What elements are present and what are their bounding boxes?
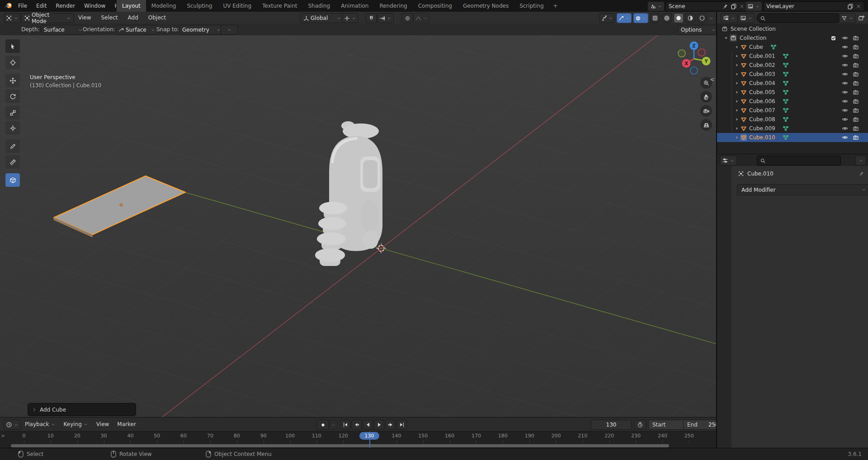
hide-eye-icon[interactable] (842, 116, 848, 123)
hide-eye-icon[interactable] (842, 89, 848, 95)
scene-name[interactable]: Scene (669, 3, 720, 9)
outliner-row-cube-004[interactable]: Cube.004 (717, 79, 868, 88)
tab-modeling[interactable]: Modeling (146, 0, 182, 12)
timeline-scrollbar[interactable] (11, 444, 669, 447)
disclosure-triangle-icon[interactable] (734, 126, 740, 131)
tab-uv-editing[interactable]: UV Editing (217, 0, 257, 12)
disable-render-camera-icon[interactable] (853, 53, 859, 59)
overlays-toggle[interactable] (633, 13, 648, 23)
disable-render-camera-icon[interactable] (853, 80, 859, 86)
copy-icon[interactable] (731, 3, 737, 9)
editor-type-dropdown[interactable] (4, 13, 21, 23)
new-collection-button[interactable] (856, 13, 866, 22)
tab-scripting[interactable]: Scripting (514, 0, 549, 12)
xray-toggle[interactable] (650, 13, 660, 23)
tab-sculpting[interactable]: Sculpting (181, 0, 217, 12)
hide-eye-icon[interactable] (842, 80, 848, 86)
tab-layout[interactable]: Layout (117, 0, 146, 12)
properties-options-dropdown[interactable] (855, 156, 866, 166)
disclosure-triangle-icon[interactable] (734, 53, 740, 59)
shading-options-dropdown[interactable] (709, 16, 714, 21)
breadcrumb-label[interactable]: Cube.010 (747, 171, 855, 177)
pivot-point-dropdown[interactable] (342, 13, 359, 23)
blender-logo-icon[interactable] (4, 2, 13, 9)
disclosure-triangle-icon[interactable] (734, 108, 740, 113)
disable-render-camera-icon[interactable] (853, 44, 859, 50)
timeline-editor-dropdown[interactable] (4, 420, 21, 430)
add-workspace-button[interactable]: + (549, 3, 562, 9)
outliner-row-cube-009[interactable]: Cube.009 (717, 124, 868, 133)
close-icon[interactable] (856, 4, 861, 9)
sidebar-collapse-icon[interactable]: < (710, 76, 715, 83)
close-icon[interactable] (739, 4, 745, 9)
outliner-row-cube[interactable]: Cube (717, 43, 868, 52)
shading-wireframe[interactable] (662, 13, 672, 23)
outliner-row-collection[interactable]: Collection (717, 33, 868, 43)
menu-edit[interactable]: Edit (32, 0, 51, 12)
viewport-menu-object[interactable]: Object (143, 12, 171, 24)
camera-view-icon[interactable] (700, 105, 712, 117)
disclosure-triangle-icon[interactable] (734, 135, 740, 140)
filter-funnel-dropdown[interactable] (839, 13, 856, 23)
scene-browse-dropdown[interactable] (647, 1, 665, 11)
outliner-row-cube-008[interactable]: Cube.008 (717, 115, 868, 124)
visibility-dropdown[interactable] (599, 13, 615, 23)
shading-rendered[interactable] (697, 13, 707, 23)
viewport-menu-add[interactable]: Add (123, 12, 143, 24)
options-dropdown[interactable]: Options (677, 25, 720, 35)
snap-target-dropdown[interactable] (377, 13, 394, 23)
timeline-menu-marker[interactable]: Marker (113, 417, 140, 431)
disable-render-camera-icon[interactable] (853, 71, 859, 77)
timeline-ruler[interactable]: > 01020304050607080901001101201401501601… (0, 431, 716, 449)
disable-render-camera-icon[interactable] (853, 89, 859, 95)
preview-range-clock-icon[interactable] (634, 420, 646, 430)
channel-expand-icon[interactable]: > (1, 433, 5, 439)
tab-geometry-nodes[interactable]: Geometry Nodes (458, 0, 514, 12)
hide-eye-icon[interactable] (842, 62, 848, 68)
outliner-row-cube-006[interactable]: Cube.006 (717, 97, 868, 106)
hide-eye-icon[interactable] (842, 53, 848, 59)
hide-eye-icon[interactable] (842, 71, 848, 77)
outliner-row-scene-collection[interactable]: Scene Collection (717, 24, 868, 33)
tool-rotate[interactable] (5, 90, 20, 103)
depth-dropdown[interactable]: Surface (41, 25, 86, 35)
operator-panel[interactable]: Add Cube (28, 403, 136, 416)
disable-render-camera-icon[interactable] (853, 35, 859, 41)
hide-eye-icon[interactable] (842, 35, 848, 41)
hide-eye-icon[interactable] (842, 44, 848, 50)
jump-start-icon[interactable] (340, 420, 350, 430)
snap-magnet-toggle[interactable] (365, 13, 377, 23)
exclude-checkbox[interactable] (830, 35, 836, 41)
hide-eye-icon[interactable] (842, 107, 848, 114)
disclosure-triangle-icon[interactable] (734, 62, 740, 68)
tool-move[interactable] (5, 74, 20, 87)
timeline-menu-keying[interactable]: Keying (60, 417, 92, 431)
jump-end-icon[interactable] (396, 420, 407, 430)
menu-file[interactable]: File (14, 0, 32, 12)
outliner-row-cube-003[interactable]: Cube.003 (717, 70, 868, 79)
tool-add-cube[interactable] (5, 173, 20, 187)
tool-cursor[interactable] (5, 56, 20, 69)
disclosure-triangle-icon[interactable] (734, 71, 740, 77)
timeline-menu-view[interactable]: View (92, 417, 113, 431)
tool-annotate[interactable] (5, 139, 20, 153)
character-model-object[interactable] (315, 121, 382, 266)
disclosure-triangle-icon[interactable] (734, 117, 740, 122)
keying-set-dropdown[interactable] (329, 420, 337, 430)
tool-scale[interactable] (5, 106, 20, 119)
disclosure-triangle-icon[interactable] (723, 35, 729, 41)
disclosure-triangle-icon[interactable] (734, 99, 740, 104)
outliner-search-input[interactable] (757, 13, 841, 23)
disable-render-camera-icon[interactable] (853, 125, 859, 132)
disable-render-camera-icon[interactable] (853, 98, 859, 104)
hide-eye-icon[interactable] (842, 125, 848, 132)
orientation-ts-dropdown[interactable]: Surface (116, 25, 158, 35)
viewlayer-name[interactable]: ViewLayer (766, 3, 845, 9)
prev-keyframe-icon[interactable] (351, 420, 362, 430)
playhead-badge[interactable]: 130 (359, 432, 379, 440)
menu-window[interactable]: Window (80, 0, 110, 12)
falloff-dropdown[interactable] (413, 13, 430, 23)
shading-material[interactable] (685, 13, 695, 23)
ortho-grid-icon[interactable] (700, 119, 712, 131)
shading-solid[interactable] (674, 13, 684, 23)
